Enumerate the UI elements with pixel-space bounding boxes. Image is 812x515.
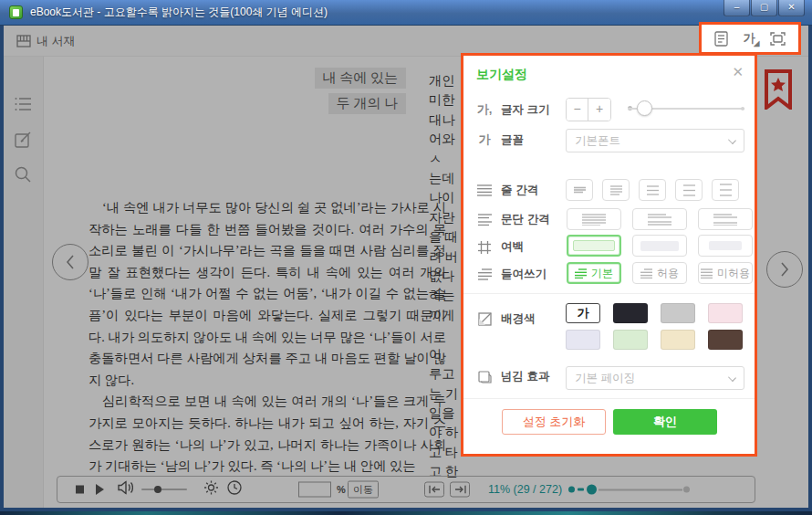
- bg-swatch-lavender[interactable]: [566, 330, 600, 350]
- indent-option-default[interactable]: 기본: [567, 262, 621, 284]
- title-bar: eBook도서관 - 고요할수록 밝아지는 것들(100쇄 기념 에디션) – …: [0, 0, 812, 26]
- font-settings-icon[interactable]: 가◢: [743, 30, 755, 47]
- margin-row-label: 여백: [476, 239, 524, 255]
- font-size-row-label: 가, 글자 크기: [476, 101, 549, 118]
- paragraph-spacing-icon: [476, 214, 493, 226]
- indent-option-disallow[interactable]: 미허용: [698, 262, 753, 284]
- view-tools-highlight-box: 가◢: [699, 22, 801, 55]
- maximize-button[interactable]: ▢: [751, 0, 777, 16]
- bg-swatch-cream[interactable]: [661, 330, 695, 350]
- bg-swatch-brown[interactable]: [708, 330, 743, 350]
- indent-default-label: 기본: [591, 266, 613, 281]
- indent-label: 들여쓰기: [501, 267, 547, 282]
- line-spacing-icon: [476, 184, 493, 196]
- bg-color-row-label: 배경색: [476, 311, 536, 327]
- window-controls: – ▢ ✕: [723, 0, 805, 16]
- indent-allow-label: 허용: [657, 266, 679, 281]
- app-logo-icon: [9, 5, 23, 19]
- line-spacing-row-label: 줄 간격: [476, 183, 538, 198]
- font-size-icon: 가,: [476, 101, 493, 118]
- paragraph-spacing-label: 문단 간격: [501, 212, 549, 227]
- minimize-button[interactable]: –: [724, 0, 750, 16]
- margin-preview: [640, 241, 679, 251]
- indent-option-allow[interactable]: 허용: [632, 262, 687, 284]
- chevron-down-icon: [728, 373, 736, 382]
- font-size-label: 글자 크기: [501, 102, 549, 118]
- indent-row-label: 들여쓰기: [476, 267, 547, 282]
- confirm-button[interactable]: 확인: [613, 409, 717, 435]
- view-settings-panel: 보기설정 ✕ 가, 글자 크기 − + 가 글꼴 기본폰트: [461, 53, 757, 457]
- margin-option-3[interactable]: [698, 235, 753, 257]
- panel-close-icon[interactable]: ✕: [732, 64, 744, 80]
- background-color-label: 배경색: [501, 311, 536, 327]
- page-turn-icon: [476, 371, 493, 384]
- font-size-slider[interactable]: [628, 98, 744, 120]
- slider-handle[interactable]: [637, 100, 652, 116]
- margin-option-1-selected[interactable]: [567, 235, 621, 257]
- line-spacing-option-4[interactable]: [675, 179, 703, 201]
- margin-label: 여백: [501, 239, 524, 255]
- bg-swatch-gray[interactable]: [661, 303, 695, 323]
- slider-end-dot: [741, 107, 744, 110]
- page-effect-label: 넘김 효과: [501, 369, 549, 384]
- indent-icon: [476, 268, 493, 280]
- line-spacing-option-5[interactable]: [712, 179, 739, 201]
- para-spacing-row-label: 문단 간격: [476, 212, 549, 227]
- divider: [463, 398, 755, 399]
- divider: [463, 293, 755, 294]
- page-effect-dropdown[interactable]: 기본 페이징: [566, 366, 744, 390]
- chevron-down-icon: [728, 136, 736, 144]
- font-size-increase-button[interactable]: +: [588, 99, 610, 121]
- view-settings-icon[interactable]: [714, 31, 728, 47]
- reset-settings-button[interactable]: 설정 초기화: [502, 409, 606, 435]
- page-effect-row-label: 넘김 효과: [476, 369, 549, 384]
- bg-swatch-black[interactable]: [613, 303, 648, 323]
- bg-swatch-pink[interactable]: [708, 303, 743, 323]
- margin-preview: [709, 241, 742, 250]
- font-row-label: 가 글꼴: [476, 131, 524, 148]
- line-spacing-label: 줄 간격: [501, 183, 538, 198]
- line-spacing-option-3[interactable]: [639, 179, 666, 201]
- line-spacing-option-2[interactable]: [602, 179, 630, 201]
- para-spacing-option-1[interactable]: [567, 208, 621, 230]
- margin-icon: [476, 241, 493, 254]
- window-title: eBook도서관 - 고요할수록 밝아지는 것들(100쇄 기념 에디션): [30, 5, 328, 20]
- line-spacing-option-1[interactable]: [566, 179, 593, 201]
- bg-swatch-green[interactable]: [613, 330, 648, 350]
- close-button[interactable]: ✕: [778, 0, 805, 16]
- margin-preview: [573, 240, 615, 251]
- font-label: 글꼴: [501, 132, 524, 148]
- indent-disallow-label: 미허용: [717, 266, 750, 281]
- panel-title: 보기설정: [476, 67, 527, 83]
- font-size-decrease-button[interactable]: −: [567, 99, 588, 121]
- fullscreen-icon[interactable]: [770, 32, 786, 46]
- font-icon: 가: [476, 131, 493, 148]
- font-dropdown[interactable]: 기본폰트: [566, 129, 744, 152]
- para-spacing-option-2[interactable]: [632, 208, 687, 230]
- page-effect-value: 기본 페이징: [575, 371, 635, 386]
- app-window: eBook도서관 - 고요할수록 밝아지는 것들(100쇄 기념 에디션) – …: [0, 0, 812, 515]
- para-spacing-option-3[interactable]: [698, 208, 753, 230]
- background-color-icon: [476, 312, 493, 326]
- font-dropdown-value: 기본폰트: [575, 133, 620, 149]
- font-size-stepper: − +: [566, 98, 611, 121]
- bg-swatch-white-selected[interactable]: 가: [566, 303, 600, 323]
- bg-swatch-char: 가: [578, 305, 589, 321]
- margin-option-2[interactable]: [632, 235, 687, 257]
